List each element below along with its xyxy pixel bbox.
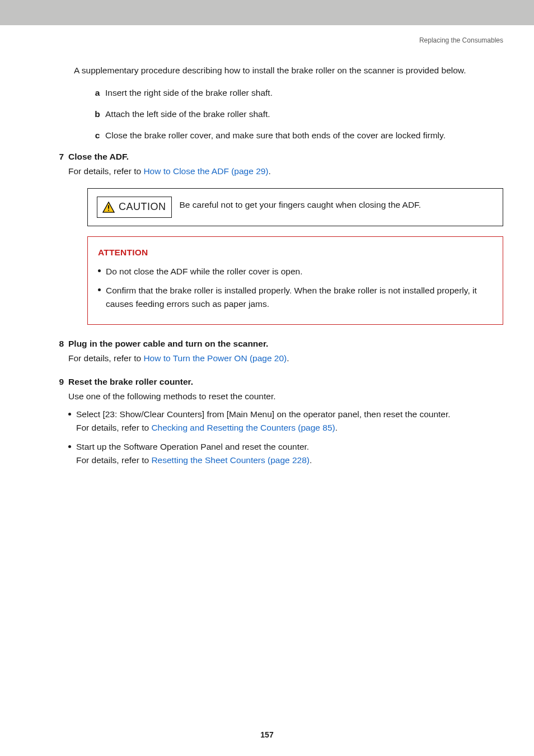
- step-8: 8 Plug in the power cable and turn on th…: [55, 337, 503, 365]
- text-lead: For details, refer to: [76, 455, 151, 465]
- text-tail: .: [269, 166, 271, 176]
- step-title: Reset the brake roller counter.: [68, 375, 503, 389]
- text-tail: .: [310, 455, 312, 465]
- sub-text: Attach the left side of the brake roller…: [105, 108, 270, 121]
- step-intro: Use one of the following methods to rese…: [68, 390, 503, 403]
- step-number: 9: [55, 375, 68, 473]
- running-header: Replacing the Consumables: [0, 25, 534, 64]
- bullet-line: For details, refer to Checking and Reset…: [76, 421, 451, 435]
- caution-label: CAUTION: [119, 199, 166, 215]
- caution-box: CAUTION Be careful not to get your finge…: [87, 188, 503, 226]
- attention-box: ATTENTION Do not close the ADF while the…: [87, 236, 503, 325]
- caution-badge: CAUTION: [97, 197, 172, 218]
- intro-paragraph: A supplementary procedure describing how…: [74, 64, 503, 77]
- link-reset-sheet-counters[interactable]: Resetting the Sheet Counters (page 228): [151, 455, 310, 465]
- text-tail: .: [335, 423, 338, 432]
- sub-marker: a: [90, 86, 105, 100]
- svg-rect-1: [108, 205, 109, 208]
- page-number: 157: [0, 730, 534, 739]
- sub-text: Insert the right side of the brake rolle…: [105, 86, 273, 100]
- sub-procedure-list: a Insert the right side of the brake rol…: [90, 86, 503, 142]
- bullet-icon: [68, 408, 76, 435]
- text-lead: For details, refer to: [76, 423, 151, 432]
- warning-triangle-icon: [102, 202, 115, 213]
- step-body: Close the ADF. For details, refer to How…: [68, 150, 503, 335]
- text-lead: For details, refer to: [68, 353, 143, 363]
- step-body: Plug in the power cable and turn on the …: [68, 337, 503, 365]
- step-detail: For details, refer to How to Turn the Po…: [68, 352, 503, 365]
- text-tail: .: [287, 353, 289, 363]
- attention-title: ATTENTION: [98, 246, 493, 259]
- link-power-on[interactable]: How to Turn the Power ON (page 20): [143, 353, 287, 363]
- attention-bullet-2: Confirm that the brake roller is install…: [98, 284, 493, 311]
- step-detail: For details, refer to How to Close the A…: [68, 165, 503, 178]
- step-body: Reset the brake roller counter. Use one …: [68, 375, 503, 473]
- step9-bullet-1: Select [23: Show/Clear Counters] from [M…: [68, 408, 503, 435]
- attention-text: Do not close the ADF while the roller co…: [106, 265, 303, 278]
- sub-item-a: a Insert the right side of the brake rol…: [90, 86, 503, 100]
- step-title: Close the ADF.: [68, 150, 503, 164]
- link-close-adf[interactable]: How to Close the ADF (page 29): [143, 166, 268, 176]
- bullet-body: Start up the Software Operation Panel an…: [76, 440, 312, 467]
- sub-marker: c: [90, 129, 105, 142]
- bullet-icon: [68, 440, 76, 467]
- page-sheet: Replacing the Consumables A supplementar…: [0, 0, 534, 756]
- page-surface: Replacing the Consumables A supplementar…: [0, 25, 534, 756]
- step-number: 8: [55, 337, 68, 365]
- bullet-line: Start up the Software Operation Panel an…: [76, 440, 312, 454]
- caution-text: Be careful not to get your fingers caugh…: [180, 197, 421, 212]
- attention-text: Confirm that the brake roller is install…: [106, 284, 493, 311]
- bullet-icon: [98, 284, 106, 311]
- bullet-body: Select [23: Show/Clear Counters] from [M…: [76, 408, 451, 435]
- attention-bullet-1: Do not close the ADF while the roller co…: [98, 265, 493, 278]
- sub-item-b: b Attach the left side of the brake roll…: [90, 108, 503, 121]
- sub-marker: b: [90, 108, 105, 121]
- text-lead: For details, refer to: [68, 166, 143, 176]
- bullet-line: Select [23: Show/Clear Counters] from [M…: [76, 408, 451, 421]
- step-7: 7 Close the ADF. For details, refer to H…: [55, 150, 503, 335]
- sub-text: Close the brake roller cover, and make s…: [105, 129, 446, 142]
- bullet-line: For details, refer to Resetting the Shee…: [76, 454, 312, 467]
- bullet-icon: [98, 265, 106, 278]
- step9-bullet-2: Start up the Software Operation Panel an…: [68, 440, 503, 467]
- step-9: 9 Reset the brake roller counter. Use on…: [55, 375, 503, 473]
- sub-item-c: c Close the brake roller cover, and make…: [90, 129, 503, 142]
- step-title: Plug in the power cable and turn on the …: [68, 337, 503, 351]
- content-area: A supplementary procedure describing how…: [0, 64, 534, 473]
- link-check-reset-counters[interactable]: Checking and Resetting the Counters (pag…: [151, 423, 335, 432]
- svg-rect-2: [108, 210, 109, 211]
- step-number: 7: [55, 150, 68, 335]
